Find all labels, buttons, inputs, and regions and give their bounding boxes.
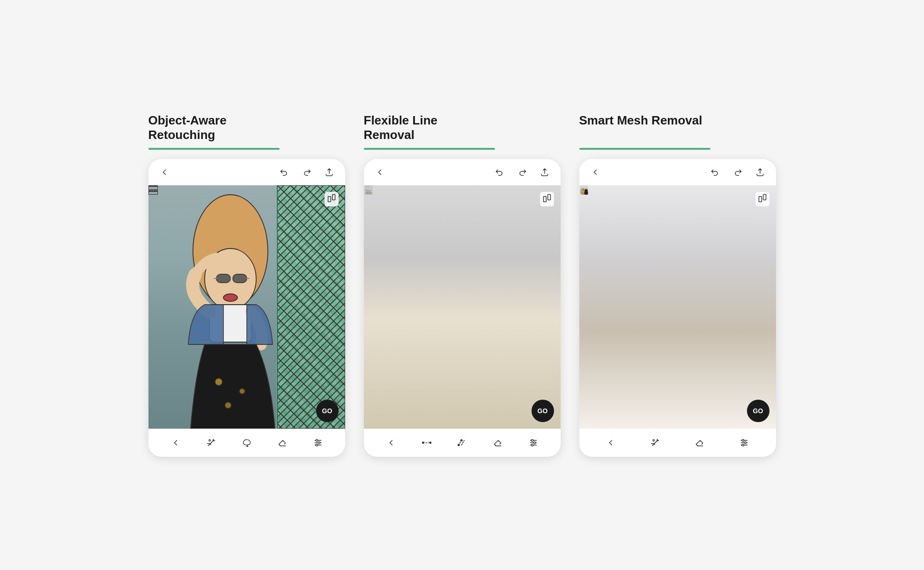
dashed-line-icon[interactable]	[419, 435, 434, 450]
panel2-title: Flexible Line Removal	[364, 113, 561, 143]
go-button-2[interactable]: GO	[532, 400, 554, 422]
lasso-icon[interactable]	[239, 435, 254, 450]
magic-wand-icon-3[interactable]	[648, 435, 663, 450]
panel3-photo-bg: GO	[579, 185, 776, 429]
panel2-toolbar-top	[364, 159, 561, 185]
svg-point-108	[583, 188, 584, 189]
panel2-toolbar-bottom	[364, 429, 561, 457]
expand-icon-2[interactable]	[540, 192, 554, 206]
svg-point-97	[533, 442, 535, 444]
panel1-photo-bg: GO	[148, 185, 345, 429]
panel-line-removal: Flexible Line Removal	[364, 113, 561, 457]
undo-icon-2[interactable]	[493, 166, 506, 179]
export-icon[interactable]	[323, 166, 336, 179]
back-bottom-icon[interactable]	[168, 435, 183, 450]
panel3-toolbar-bottom	[579, 429, 776, 457]
svg-point-136	[653, 439, 654, 441]
svg-point-142	[742, 439, 744, 441]
svg-rect-77	[369, 192, 370, 194]
selection-overlay	[276, 185, 345, 429]
svg-rect-74	[370, 191, 370, 192]
svg-point-12	[215, 378, 222, 386]
svg-rect-84	[543, 197, 546, 202]
svg-rect-133	[759, 197, 761, 202]
svg-point-10	[223, 294, 237, 301]
go-button-3[interactable]: GO	[747, 400, 769, 422]
go-button-1[interactable]: GO	[316, 400, 339, 422]
export-icon-2[interactable]	[538, 166, 551, 179]
eraser-icon-3[interactable]	[692, 435, 707, 450]
panel1-accent-bar	[148, 148, 280, 150]
svg-point-143	[744, 442, 746, 444]
redo-icon-2[interactable]	[516, 166, 529, 179]
svg-point-91	[458, 444, 459, 446]
svg-point-110	[583, 190, 584, 190]
svg-point-14	[225, 402, 231, 409]
expand-icon-3[interactable]	[755, 192, 769, 206]
svg-point-109	[582, 190, 583, 190]
panel2-phone: GO	[364, 159, 561, 457]
expand-icon[interactable]	[325, 192, 339, 206]
top-icon-group-3	[709, 166, 767, 179]
svg-point-21	[209, 439, 210, 441]
svg-point-29	[318, 442, 320, 444]
panel3-phone: GO	[579, 159, 776, 457]
top-icon-group	[278, 166, 336, 179]
eraser-icon-2[interactable]	[490, 435, 505, 450]
svg-point-30	[316, 444, 318, 446]
svg-rect-19	[332, 195, 335, 200]
svg-rect-71	[366, 191, 367, 192]
panel1-toolbar-top	[148, 159, 345, 185]
svg-point-144	[742, 444, 744, 446]
sliders-icon[interactable]	[310, 435, 325, 450]
back-icon-3[interactable]	[589, 166, 602, 179]
redo-icon-3[interactable]	[731, 166, 744, 179]
panel1-toolbar-bottom	[148, 429, 345, 457]
panel2-accent-bar	[364, 148, 495, 150]
redo-icon[interactable]	[300, 166, 313, 179]
panel3-accent-bar	[579, 148, 710, 150]
svg-point-89	[422, 442, 423, 443]
magic-wand-icon[interactable]	[204, 435, 219, 450]
panel-object-aware: Object-Aware Retouching	[148, 113, 345, 457]
undo-icon[interactable]	[278, 166, 291, 179]
main-container: Object-Aware Retouching	[134, 113, 790, 457]
panel1-image: GO	[148, 185, 345, 429]
svg-rect-17	[277, 185, 345, 429]
panel3-image: GO	[579, 185, 776, 429]
svg-rect-7	[233, 274, 247, 283]
svg-point-113	[583, 190, 583, 190]
back-bottom-icon-2[interactable]	[384, 435, 399, 450]
svg-rect-76	[367, 192, 368, 194]
back-icon-2[interactable]	[373, 166, 386, 179]
svg-rect-18	[328, 197, 331, 202]
svg-point-90	[429, 442, 431, 443]
svg-point-92	[460, 439, 462, 441]
svg-point-98	[531, 444, 533, 446]
svg-point-13	[239, 388, 245, 394]
sliders-icon-3[interactable]	[737, 435, 752, 450]
panel1-title: Object-Aware Retouching	[148, 113, 345, 143]
back-icon[interactable]	[158, 166, 171, 179]
svg-point-120	[586, 190, 586, 190]
export-icon-3[interactable]	[754, 166, 767, 179]
undo-icon-3[interactable]	[709, 166, 722, 179]
svg-rect-72	[367, 191, 368, 192]
sliders-icon-2[interactable]	[526, 435, 541, 450]
svg-rect-73	[368, 191, 369, 192]
panel3-title: Smart Mesh Removal	[579, 113, 776, 143]
svg-rect-78	[370, 192, 371, 194]
panel3-toolbar-top	[579, 159, 776, 185]
panel2-image: GO	[364, 185, 561, 429]
dashed-line2-icon[interactable]	[455, 435, 470, 450]
back-bottom-icon-3[interactable]	[603, 435, 618, 450]
svg-rect-6	[216, 274, 230, 283]
panel2-photo-bg: GO	[364, 185, 561, 429]
svg-marker-70	[365, 190, 371, 190]
svg-rect-75	[365, 192, 367, 194]
top-icon-group-2	[493, 166, 551, 179]
panel-mesh-removal: Smart Mesh Removal	[579, 113, 776, 457]
svg-rect-134	[763, 195, 766, 200]
svg-point-28	[316, 439, 318, 441]
eraser-icon[interactable]	[275, 435, 290, 450]
